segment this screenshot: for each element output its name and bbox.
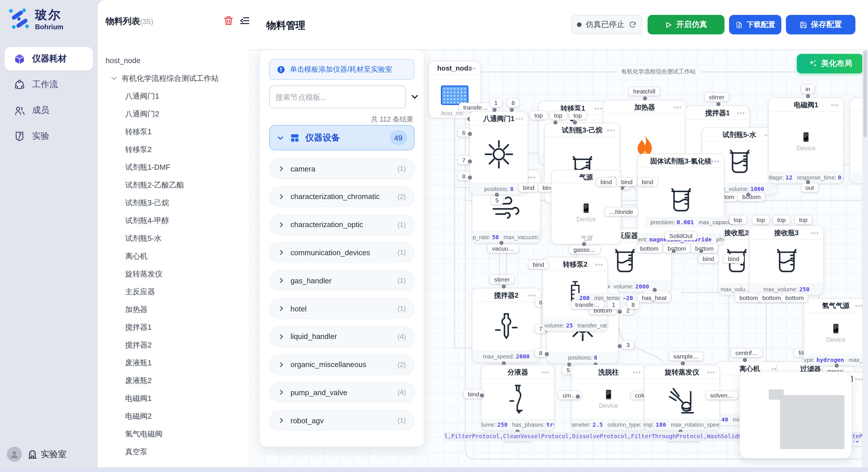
- category-row-gas_handler[interactable]: gas_handler(1): [269, 270, 414, 291]
- node-menu-icon[interactable]: •••: [633, 365, 641, 379]
- save-config-button[interactable]: 保存配置: [786, 15, 856, 34]
- delete-all-button[interactable]: [223, 15, 236, 28]
- material-tree-item[interactable]: 试剂瓶5-水: [98, 229, 246, 247]
- node-menu-icon[interactable]: •••: [831, 98, 839, 112]
- download-config-button[interactable]: 下载配置: [729, 15, 781, 34]
- collapse-panel-icon[interactable]: [410, 92, 419, 101]
- material-tree-item[interactable]: 转移泵1: [98, 123, 246, 140]
- material-tree-item[interactable]: 试剂瓶2-乙酸乙酯: [98, 176, 246, 194]
- port-handle[interactable]: ›: [575, 394, 580, 399]
- port-handle[interactable]: ›: [567, 362, 572, 367]
- sidebar-item-4[interactable]: 实验: [5, 125, 93, 148]
- port-handle[interactable]: ›: [617, 309, 622, 314]
- sim-status-badge[interactable]: 仿真已停止: [571, 15, 642, 34]
- material-tree-item[interactable]: 氢气电磁阀: [98, 425, 246, 443]
- flow-node-氢气气源[interactable]: 氢气气源•••📱Device_type: hydrogenmax_pre: ga…: [804, 298, 868, 366]
- node-menu-icon[interactable]: •••: [468, 61, 476, 75]
- flow-node-host_node[interactable]: host_node•••host_no…transfe…›: [428, 61, 481, 118]
- material-tree-item[interactable]: 废液瓶1: [98, 354, 246, 372]
- port-handle[interactable]: ›: [671, 248, 676, 254]
- start-simulation-button[interactable]: 开启仿真: [648, 15, 724, 34]
- node-menu-icon[interactable]: •••: [528, 170, 536, 184]
- material-tree-item[interactable]: 真空泵: [98, 443, 246, 461]
- material-tree-item[interactable]: 搅拌器2: [98, 336, 246, 354]
- category-group-instruments[interactable]: 仪器设备49: [269, 125, 414, 150]
- node-menu-icon[interactable]: •••: [515, 112, 524, 126]
- node-menu-icon[interactable]: •••: [712, 154, 720, 168]
- port-handle[interactable]: ›: [492, 107, 497, 112]
- node-menu-icon[interactable]: •••: [541, 365, 550, 379]
- category-row-characterization_optic[interactable]: characterization_optic(1): [269, 214, 414, 235]
- port-handle[interactable]: ›: [617, 343, 622, 349]
- port-handle[interactable]: ›: [501, 284, 506, 289]
- horizontal-scrollbar[interactable]: [0, 467, 868, 472]
- material-tree-item[interactable]: 电磁阀2: [98, 407, 246, 425]
- material-tree-item[interactable]: 有机化学流程综合测试工作站: [98, 69, 246, 87]
- category-row-communication_devices[interactable]: communication_devices(1): [269, 242, 414, 263]
- material-tree-item[interactable]: 搅拌器1: [98, 318, 246, 336]
- material-tree-item[interactable]: 试剂瓶3-己烷: [98, 194, 246, 212]
- port-handle[interactable]: ›: [553, 120, 558, 125]
- beautify-layout-button[interactable]: 美化布局: [797, 54, 863, 73]
- port-handle[interactable]: ›: [805, 94, 811, 99]
- flow-node-接收瓶3[interactable]: 接收瓶3•••max_volume: 250: [749, 225, 824, 295]
- node-menu-icon[interactable]: •••: [737, 106, 745, 120]
- flow-node-洗脱柱[interactable]: 洗脱柱•••📱Devicediameter: 2.5column_type: s…: [571, 365, 646, 431]
- avatar[interactable]: [7, 447, 22, 462]
- sidebar-item-2[interactable]: 工作流: [5, 73, 93, 96]
- port-handle[interactable]: ›: [805, 179, 811, 185]
- port-handle[interactable]: ›: [479, 393, 485, 398]
- port-handle[interactable]: ›: [642, 96, 648, 101]
- material-tree-item[interactable]: 试剂瓶1-DMF: [98, 158, 246, 176]
- port-handle[interactable]: ›: [467, 175, 472, 180]
- category-row-pump_and_valve[interactable]: pump_and_valve(4): [269, 382, 414, 403]
- port-handle[interactable]: ›: [742, 357, 747, 363]
- port-handle[interactable]: ›: [509, 107, 515, 112]
- category-row-hotel[interactable]: hotel(1): [269, 298, 414, 319]
- node-menu-icon[interactable]: •••: [594, 102, 603, 115]
- port-handle[interactable]: ›: [494, 192, 499, 197]
- material-tree-item[interactable]: 八通阀门1: [98, 87, 246, 105]
- port-handle[interactable]: ›: [572, 120, 578, 125]
- port-handle[interactable]: ›: [499, 240, 504, 245]
- minimap[interactable]: [739, 372, 852, 459]
- port-handle[interactable]: ›: [652, 287, 657, 293]
- category-row-liquid_handler[interactable]: liquid_handler(4): [269, 326, 414, 347]
- flow-node-八通阀门1[interactable]: 八通阀门1•••positions: 8186785››››››: [470, 111, 528, 195]
- port-handle[interactable]: ›: [834, 363, 839, 368]
- refresh-icon[interactable]: [629, 21, 637, 29]
- material-tree-item[interactable]: 八通阀门2: [98, 105, 246, 123]
- flow-node-分液器[interactable]: 分液器•••volume: 250has_phases: truebindbot…: [481, 365, 555, 431]
- material-tree-item[interactable]: 旋转蒸发仪: [98, 265, 246, 283]
- search-template-input[interactable]: [269, 86, 406, 108]
- flow-node-搅拌器2[interactable]: 搅拌器2•••max_speed: 2000stirrersepara…››: [472, 288, 541, 363]
- canvas-vertical-scrollbar[interactable]: [862, 50, 868, 467]
- material-tree-item[interactable]: 离心机: [98, 247, 246, 265]
- flow-node-电磁阀1[interactable]: 电磁阀1•••📱Devicevoltage: 12response_time: …: [768, 98, 844, 183]
- port-handle[interactable]: ›: [716, 102, 721, 107]
- node-menu-icon[interactable]: •••: [674, 100, 682, 114]
- port-handle[interactable]: ›: [544, 351, 549, 357]
- node-menu-icon[interactable]: •••: [707, 365, 715, 379]
- sidebar-item-1[interactable]: 仪器耗材: [5, 47, 93, 71]
- port-handle[interactable]: ›: [680, 361, 685, 366]
- chevron-down-icon[interactable]: [110, 74, 118, 82]
- node-menu-icon[interactable]: •••: [607, 123, 615, 137]
- material-tree-item[interactable]: 主反应器: [98, 283, 246, 301]
- category-row-organic_miscellaneous[interactable]: organic_miscellaneous(2): [269, 354, 414, 375]
- node-menu-icon[interactable]: •••: [811, 226, 819, 240]
- port-handle[interactable]: ›: [467, 159, 472, 164]
- material-tree-item[interactable]: 加热器: [98, 301, 246, 318]
- material-tree-item[interactable]: 废液瓶2: [98, 372, 246, 390]
- port-handle[interactable]: ›: [467, 131, 472, 136]
- flow-node-旋转蒸发仪[interactable]: 旋转蒸发仪•••temp: 180max_rotation_speed: sam…: [644, 365, 720, 431]
- material-tree-item[interactable]: 电磁阀1: [98, 390, 246, 407]
- port-handle[interactable]: ›: [582, 241, 587, 247]
- material-tree-item[interactable]: 试剂瓶4-甲醇: [98, 212, 246, 229]
- material-tree-item[interactable]: host_node: [98, 52, 246, 69]
- port-handle[interactable]: ›: [746, 192, 751, 197]
- sidebar-item-3[interactable]: 成员: [5, 99, 93, 122]
- port-handle[interactable]: ›: [699, 248, 704, 254]
- material-tree-item[interactable]: 转移泵2: [98, 140, 246, 158]
- lab-switcher[interactable]: 实验室: [28, 449, 67, 460]
